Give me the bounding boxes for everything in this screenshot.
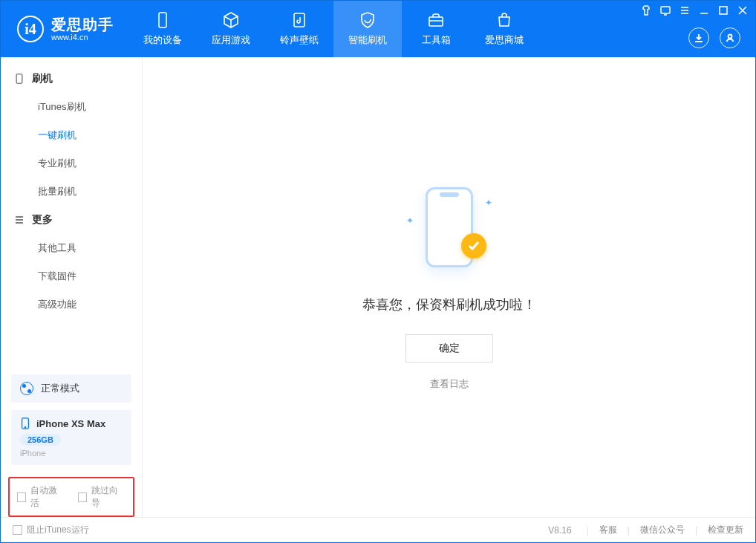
download-button[interactable] bbox=[688, 27, 709, 48]
logo-icon: i4 bbox=[17, 16, 44, 42]
sidebar-item-other-tools[interactable]: 其他工具 bbox=[1, 234, 142, 262]
flash-options-highlight: 自动激活 跳过向导 bbox=[8, 477, 134, 517]
device-type: iPhone bbox=[20, 449, 123, 458]
success-illustration: ✦ ✦ bbox=[405, 184, 494, 273]
user-button[interactable] bbox=[720, 27, 740, 48]
nav-label: 工具箱 bbox=[422, 33, 451, 47]
separator: | bbox=[628, 525, 630, 536]
version-label: V8.16 bbox=[548, 525, 571, 536]
sidebar: 刷机 iTunes刷机 一键刷机 专业刷机 批量刷机 更多 其他工具 下载固件 … bbox=[1, 57, 143, 517]
sidebar-group-more: 更多 bbox=[1, 206, 142, 234]
title-right-buttons bbox=[688, 27, 740, 48]
sidebar-item-pro-flash[interactable]: 专业刷机 bbox=[1, 149, 142, 178]
sparkle-icon: ✦ bbox=[406, 215, 414, 226]
bag-icon bbox=[495, 11, 513, 29]
sidebar-group-title: 更多 bbox=[32, 213, 53, 227]
menu-icon[interactable] bbox=[680, 5, 690, 16]
success-check-icon bbox=[461, 233, 486, 259]
app-name: 爱思助手 bbox=[51, 16, 114, 33]
separator: | bbox=[587, 525, 589, 536]
window-controls bbox=[641, 5, 748, 16]
link-check-update[interactable]: 检查更新 bbox=[708, 524, 743, 536]
titlebar: i4 爱思助手 www.i4.cn 我的设备 应用游戏 铃声壁纸 智能刷机 bbox=[1, 1, 755, 57]
svg-rect-2 bbox=[429, 17, 443, 26]
logo: i4 爱思助手 www.i4.cn bbox=[1, 16, 128, 42]
sidebar-item-oneclick-flash[interactable]: 一键刷机 bbox=[1, 121, 142, 149]
app-url: www.i4.cn bbox=[51, 33, 114, 42]
svg-rect-6 bbox=[16, 74, 22, 83]
nav-my-device[interactable]: 我的设备 bbox=[128, 1, 197, 57]
nav-label: 铃声壁纸 bbox=[280, 33, 319, 47]
sidebar-item-itunes-flash[interactable]: iTunes刷机 bbox=[1, 93, 142, 121]
svg-point-8 bbox=[25, 427, 25, 428]
view-log-link[interactable]: 查看日志 bbox=[430, 377, 469, 391]
checkbox-icon bbox=[17, 492, 26, 502]
nav-ringtones-wallpapers[interactable]: 铃声壁纸 bbox=[265, 1, 333, 57]
nav-toolbox[interactable]: 工具箱 bbox=[402, 1, 470, 57]
ok-button[interactable]: 确定 bbox=[405, 334, 493, 362]
phone-small-icon bbox=[14, 74, 25, 84]
nav-label: 智能刷机 bbox=[348, 33, 387, 47]
mode-label: 正常模式 bbox=[41, 382, 79, 395]
sidebar-group-title: 刷机 bbox=[32, 72, 53, 85]
shield-refresh-icon bbox=[359, 11, 377, 29]
phone-icon bbox=[154, 11, 172, 29]
checkbox-block-itunes[interactable]: 阻止iTunes运行 bbox=[13, 524, 89, 536]
sparkle-icon: ✦ bbox=[485, 198, 492, 208]
minimize-icon[interactable] bbox=[699, 5, 709, 16]
checkbox-label: 跳过向导 bbox=[91, 484, 126, 510]
sidebar-item-download-firmware[interactable]: 下载固件 bbox=[1, 262, 142, 290]
checkbox-label: 自动激活 bbox=[30, 484, 65, 510]
sidebar-item-batch-flash[interactable]: 批量刷机 bbox=[1, 178, 142, 206]
body: 刷机 iTunes刷机 一键刷机 专业刷机 批量刷机 更多 其他工具 下载固件 … bbox=[1, 57, 755, 517]
cube-icon bbox=[222, 11, 240, 29]
svg-rect-4 bbox=[720, 7, 727, 14]
checkbox-skip-guide[interactable]: 跳过向导 bbox=[78, 484, 126, 510]
main-content: ✦ ✦ 恭喜您，保资料刷机成功啦！ 确定 查看日志 bbox=[143, 57, 755, 517]
link-support[interactable]: 客服 bbox=[599, 524, 617, 536]
success-message: 恭喜您，保资料刷机成功啦！ bbox=[362, 296, 536, 313]
feedback-icon[interactable] bbox=[660, 5, 671, 16]
phone-outline-icon bbox=[20, 417, 30, 429]
checkbox-auto-activate[interactable]: 自动激活 bbox=[17, 484, 65, 510]
nav-label: 应用游戏 bbox=[212, 33, 250, 47]
list-icon bbox=[14, 215, 25, 225]
maximize-icon[interactable] bbox=[718, 5, 729, 16]
checkbox-label: 阻止iTunes运行 bbox=[27, 524, 89, 536]
music-file-icon bbox=[290, 11, 308, 29]
separator: | bbox=[695, 525, 697, 536]
skin-icon[interactable] bbox=[641, 5, 651, 16]
sidebar-item-advanced[interactable]: 高级功能 bbox=[1, 290, 142, 319]
mode-dot-icon bbox=[20, 382, 33, 395]
svg-rect-3 bbox=[661, 7, 670, 13]
device-name: iPhone XS Max bbox=[36, 418, 105, 429]
checkbox-icon bbox=[13, 525, 22, 535]
link-wechat[interactable]: 微信公众号 bbox=[640, 524, 685, 536]
nav-apps-games[interactable]: 应用游戏 bbox=[197, 1, 265, 57]
svg-rect-0 bbox=[159, 13, 166, 27]
device-info-box[interactable]: iPhone XS Max 256GB iPhone bbox=[11, 410, 131, 465]
svg-rect-1 bbox=[294, 13, 304, 27]
app-window: i4 爱思助手 www.i4.cn 我的设备 应用游戏 铃声壁纸 智能刷机 bbox=[0, 0, 756, 543]
statusbar: 阻止iTunes运行 V8.16 | 客服 | 微信公众号 | 检查更新 bbox=[1, 517, 755, 542]
nav-label: 爱思商城 bbox=[485, 33, 524, 47]
top-nav: 我的设备 应用游戏 铃声壁纸 智能刷机 工具箱 爱思商城 bbox=[128, 1, 538, 57]
nav-smart-flash[interactable]: 智能刷机 bbox=[333, 1, 402, 57]
nav-store[interactable]: 爱思商城 bbox=[470, 1, 538, 57]
nav-label: 我的设备 bbox=[143, 33, 182, 47]
svg-point-5 bbox=[729, 35, 732, 39]
checkbox-icon bbox=[78, 492, 87, 502]
device-storage: 256GB bbox=[20, 434, 61, 446]
device-mode-box[interactable]: 正常模式 bbox=[11, 374, 131, 403]
toolbox-icon bbox=[427, 11, 445, 29]
sidebar-bottom: 正常模式 iPhone XS Max 256GB iPhone bbox=[1, 374, 142, 472]
sidebar-group-flash: 刷机 bbox=[1, 65, 142, 93]
close-icon[interactable] bbox=[737, 5, 748, 16]
